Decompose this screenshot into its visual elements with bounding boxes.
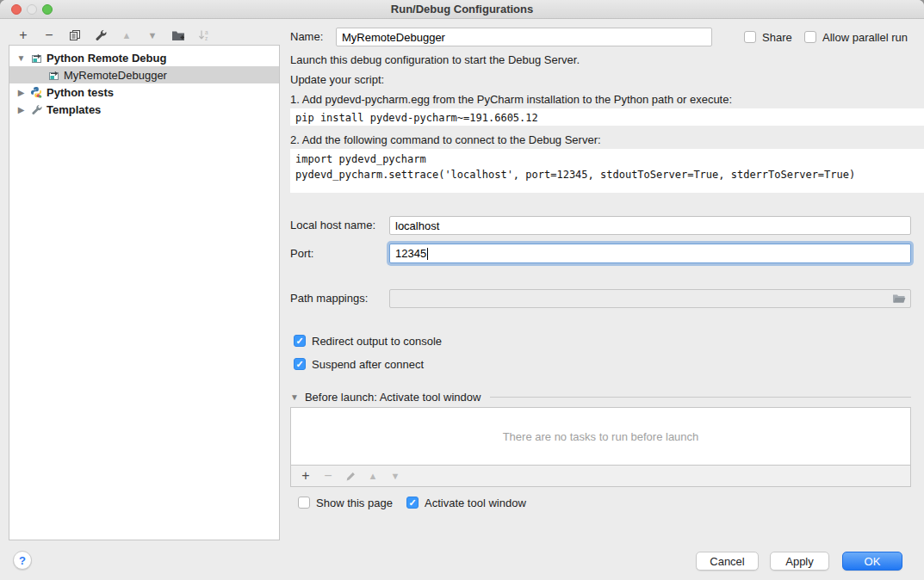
- remove-task-button[interactable]: −: [320, 468, 336, 484]
- before-launch-task-list[interactable]: There are no tasks to run before launch: [290, 407, 911, 466]
- before-launch-header[interactable]: ▼ Before launch: Activate tool window: [290, 391, 911, 404]
- window-title: Run/Debug Configurations: [0, 3, 924, 15]
- suspend-after-connect-option: ✓ Suspend after connect: [294, 357, 424, 371]
- path-mappings-input[interactable]: [389, 289, 911, 308]
- tree-item-label: MyRemoteDebugger: [64, 69, 167, 82]
- add-icon: +: [301, 469, 309, 483]
- edit-pencil-icon: [345, 471, 357, 482]
- move-task-down-button[interactable]: ▼: [388, 468, 403, 484]
- tree-item-label: Python Remote Debug: [47, 52, 166, 65]
- move-down-icon: ▼: [391, 472, 400, 481]
- suspend-after-connect-checkbox[interactable]: ✓: [294, 358, 306, 370]
- title-bar: Run/Debug Configurations: [0, 0, 924, 19]
- sort-configurations-button[interactable]: az: [193, 26, 215, 45]
- run-debug-configurations-dialog: Run/Debug Configurations + − ▲ ▼ az ▼ Py…: [0, 0, 924, 580]
- move-down-button[interactable]: ▼: [141, 26, 164, 45]
- share-checkbox[interactable]: ✓: [744, 31, 756, 43]
- move-down-icon: ▼: [148, 31, 158, 40]
- move-up-icon: ▲: [369, 472, 378, 481]
- activate-tool-window-option: ✓ Activate tool window: [406, 496, 526, 509]
- pip-install-code: pip install pydevd-pycharm~=191.6605.12: [290, 108, 924, 126]
- templates-wrench-icon: [30, 103, 42, 115]
- tree-item-python-tests[interactable]: ▶ Python tests: [9, 83, 279, 101]
- new-folder-icon: [171, 29, 185, 41]
- add-task-button[interactable]: +: [298, 468, 313, 484]
- chevron-collapsed-icon[interactable]: ▶: [16, 105, 26, 114]
- chevron-collapsed-icon[interactable]: ▶: [16, 88, 26, 97]
- sort-alpha-icon: az: [198, 29, 210, 41]
- section-divider: [490, 397, 911, 398]
- edit-defaults-button[interactable]: [90, 26, 112, 45]
- ok-button[interactable]: OK: [842, 552, 902, 571]
- chevron-expanded-icon[interactable]: ▼: [16, 53, 26, 63]
- allow-parallel-run-checkbox[interactable]: ✓: [804, 31, 816, 43]
- activate-tool-window-label: Activate tool window: [425, 497, 526, 509]
- step2-text: 2. Add the following command to connect …: [290, 133, 601, 146]
- chevron-expanded-icon[interactable]: ▼: [290, 392, 299, 402]
- path-mappings-label: Path mappings:: [290, 289, 368, 308]
- create-folder-button[interactable]: [167, 26, 189, 45]
- local-host-name-input[interactable]: [389, 216, 911, 235]
- move-up-icon: ▲: [122, 31, 132, 40]
- edit-task-button[interactable]: [343, 468, 358, 484]
- intro-text: Launch this debug configuration to start…: [290, 53, 580, 66]
- step1-text: 1. Add pydevd-pycharm.egg from the PyCha…: [290, 93, 732, 106]
- open-folder-icon: [892, 293, 906, 305]
- text-caret: [427, 248, 428, 260]
- activate-tool-window-checkbox[interactable]: ✓: [406, 497, 419, 509]
- tree-item-templates[interactable]: ▶ Templates: [9, 101, 279, 118]
- svg-text:z: z: [205, 35, 208, 41]
- port-value: 12345: [395, 247, 426, 260]
- empty-tasks-text: There are no tasks to run before launch: [503, 430, 699, 443]
- suspend-after-connect-label: Suspend after connect: [312, 358, 424, 371]
- remove-icon: −: [324, 469, 332, 483]
- local-host-name-label: Local host name:: [290, 216, 375, 235]
- name-label: Name:: [290, 28, 323, 46]
- port-label: Port:: [290, 244, 313, 263]
- remove-icon: −: [45, 28, 53, 42]
- redirect-output-checkbox[interactable]: ✓: [294, 335, 306, 347]
- before-launch-title: Before launch: Activate tool window: [305, 391, 481, 404]
- move-task-up-button[interactable]: ▲: [365, 468, 381, 484]
- move-up-button[interactable]: ▲: [115, 26, 138, 45]
- help-button[interactable]: ?: [13, 551, 32, 570]
- name-input[interactable]: [336, 28, 712, 46]
- configurations-toolbar: + − ▲ ▼ az: [12, 26, 215, 45]
- share-label: Share: [762, 31, 792, 44]
- cancel-button[interactable]: Cancel: [696, 552, 759, 571]
- copy-configuration-button[interactable]: [64, 26, 86, 45]
- python-tests-icon: [30, 86, 42, 98]
- apply-button[interactable]: Apply: [770, 552, 829, 571]
- help-icon: ?: [19, 554, 26, 567]
- copy-icon: [69, 29, 81, 41]
- remove-configuration-button[interactable]: −: [38, 26, 60, 45]
- allow-parallel-run-label: Allow parallel run: [822, 31, 908, 44]
- tree-item-myremotedebugger[interactable]: MyRemoteDebugger: [9, 66, 279, 83]
- show-this-page-checkbox[interactable]: ✓: [298, 497, 310, 509]
- show-this-page-option: ✓ Show this page: [298, 496, 393, 509]
- tree-item-label: Python tests: [47, 86, 114, 99]
- tree-item-python-remote-debug[interactable]: ▼ Python Remote Debug: [9, 49, 279, 66]
- svg-text:a: a: [205, 29, 208, 35]
- settrace-code: import pydevd_pycharm pydevd_pycharm.set…: [290, 149, 924, 193]
- redirect-output-option: ✓ Redirect output to console: [294, 334, 442, 348]
- remote-debug-config-icon: [47, 69, 59, 81]
- show-this-page-label: Show this page: [316, 497, 393, 509]
- add-icon: +: [19, 28, 27, 42]
- port-input[interactable]: 12345: [389, 244, 911, 263]
- allow-parallel-run-option: ✓ Allow parallel run: [804, 30, 908, 44]
- wrench-icon: [95, 29, 107, 41]
- remote-debug-config-icon: [30, 52, 42, 64]
- browse-folder-button[interactable]: [892, 293, 906, 305]
- redirect-output-label: Redirect output to console: [312, 335, 442, 348]
- share-option: ✓ Share: [744, 30, 792, 44]
- add-configuration-button[interactable]: +: [12, 26, 34, 45]
- tree-item-label: Templates: [47, 103, 101, 116]
- update-script-text: Update your script:: [290, 73, 384, 86]
- task-list-toolbar: + − ▲ ▼: [290, 466, 911, 487]
- configurations-tree: ▼ Python Remote Debug MyRemoteDebugger ▶: [9, 45, 280, 540]
